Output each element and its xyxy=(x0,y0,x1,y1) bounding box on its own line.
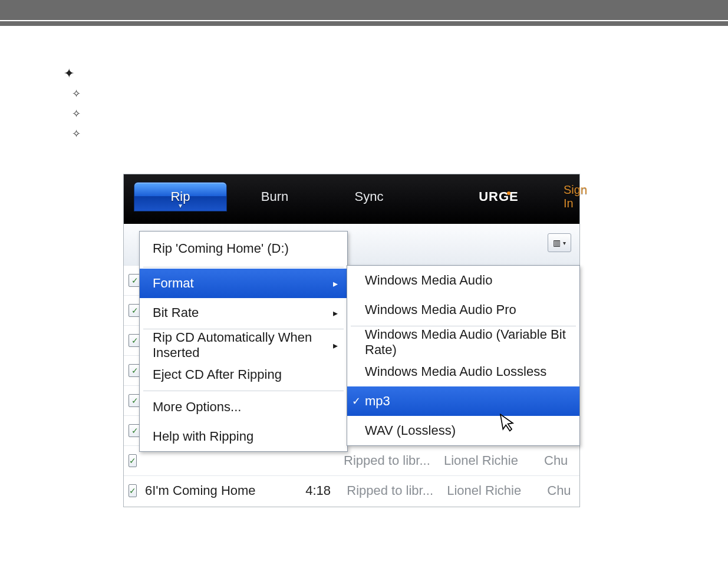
menu-item-auto-rip[interactable]: Rip CD Automatically When Inserted ▸ xyxy=(140,330,347,360)
menu-item-label: Windows Media Audio Pro xyxy=(365,302,516,318)
menu-item-label: Windows Media Audio xyxy=(365,273,492,288)
format-option-wma[interactable]: Windows Media Audio xyxy=(347,266,579,295)
menu-item-eject[interactable]: Eject CD After Ripping xyxy=(140,360,347,389)
track-artist: Lionel Richie xyxy=(444,453,544,468)
slide-bar-top-2 xyxy=(0,21,728,26)
format-option-mp3[interactable]: ✓ mp3 xyxy=(347,386,579,416)
slide-bar-top-1 xyxy=(0,0,728,20)
format-option-wma-vbr[interactable]: Windows Media Audio (Variable Bit Rate) xyxy=(347,328,579,357)
track-status: Ripped to libr... xyxy=(344,453,444,468)
menu-item-label: Rip 'Coming Home' (D:) xyxy=(153,241,289,256)
track-length: 4:18 xyxy=(305,483,347,498)
checkmark-icon: ✓ xyxy=(352,395,361,408)
menu-item-label: Windows Media Audio Lossless xyxy=(365,364,546,379)
menu-item-label: WAV (Lossless) xyxy=(365,423,456,438)
format-option-wav[interactable]: WAV (Lossless) xyxy=(347,416,579,445)
menu-item-label: Help with Ripping xyxy=(153,429,253,444)
sign-in-label: Sign In xyxy=(564,183,587,210)
media-player-window: Rip ▾ Burn Sync URGE Sign In ▥ ▾ xyxy=(124,174,579,507)
menu-item-label: Bit Rate xyxy=(153,305,199,320)
top-tabs: Rip ▾ Burn Sync URGE Sign In xyxy=(134,183,574,211)
brand-label: URGE xyxy=(479,189,519,204)
submenu-arrow-icon: ▸ xyxy=(333,278,338,289)
menu-item-help[interactable]: Help with Ripping xyxy=(140,422,347,451)
menu-item-label: Rip CD Automatically When Inserted xyxy=(153,330,333,361)
menu-item-bitrate[interactable]: Bit Rate ▸ xyxy=(140,298,347,328)
format-option-wma-pro[interactable]: Windows Media Audio Pro xyxy=(347,295,579,325)
track-album: Chu xyxy=(547,483,582,498)
tab-label: Sync xyxy=(355,189,384,204)
table-row[interactable]: 6 I'm Coming Home 4:18 Ripped to libr...… xyxy=(124,475,579,505)
checkbox[interactable] xyxy=(129,484,137,497)
menu-item-format[interactable]: Format ▸ xyxy=(140,269,347,298)
format-option-wma-lossless[interactable]: Windows Media Audio Lossless xyxy=(347,357,579,386)
sign-in-link[interactable]: Sign In xyxy=(553,183,598,211)
menu-item-label: Windows Media Audio (Variable Bit Rate) xyxy=(365,327,570,358)
submenu-arrow-icon: ▸ xyxy=(333,308,338,319)
track-status: Ripped to libr... xyxy=(347,483,447,498)
menu-item-more-options[interactable]: More Options... xyxy=(140,392,347,422)
tab-burn[interactable]: Burn xyxy=(229,183,321,211)
menu-separator xyxy=(143,329,344,329)
menu-item-rip-disc[interactable]: Rip 'Coming Home' (D:) xyxy=(140,232,347,266)
top-toolbar: Rip ▾ Burn Sync URGE Sign In xyxy=(124,174,579,224)
menu-separator xyxy=(143,267,344,267)
bullet-icon: ✧ xyxy=(72,124,81,144)
tab-label: Burn xyxy=(261,189,288,204)
track-artist: Lionel Richie xyxy=(447,483,547,498)
menu-separator xyxy=(143,391,344,391)
layout-icon: ▥ xyxy=(553,238,561,247)
menu-item-label: Format xyxy=(153,276,194,291)
submenu-arrow-icon: ▸ xyxy=(333,340,338,351)
tab-rip[interactable]: Rip ▾ xyxy=(134,183,226,211)
menu-item-label: More Options... xyxy=(153,399,241,415)
menu-item-label: mp3 xyxy=(365,394,390,409)
bullet-icon: ✦ xyxy=(64,64,81,84)
rip-dropdown-menu: Rip 'Coming Home' (D:) Format ▸ Bit Rate… xyxy=(139,231,348,452)
chevron-down-icon: ▾ xyxy=(179,201,182,210)
menu-item-label: Eject CD After Ripping xyxy=(153,367,282,382)
tab-sync[interactable]: Sync xyxy=(323,183,415,211)
checkbox[interactable] xyxy=(129,454,137,467)
bullet-icon: ✧ xyxy=(72,84,81,104)
chevron-down-icon: ▾ xyxy=(563,240,566,246)
slide-bullets: ✦ ✧ ✧ ✧ xyxy=(64,64,81,144)
menu-separator xyxy=(351,326,576,326)
track-number: 6 xyxy=(145,483,152,498)
brand-urge[interactable]: URGE xyxy=(453,183,545,211)
view-toggle-button[interactable]: ▥ ▾ xyxy=(548,233,571,252)
format-submenu: Windows Media Audio Windows Media Audio … xyxy=(347,265,580,446)
track-album: Chu xyxy=(544,453,579,468)
bullet-icon: ✧ xyxy=(72,104,81,124)
track-title: I'm Coming Home xyxy=(152,483,305,498)
